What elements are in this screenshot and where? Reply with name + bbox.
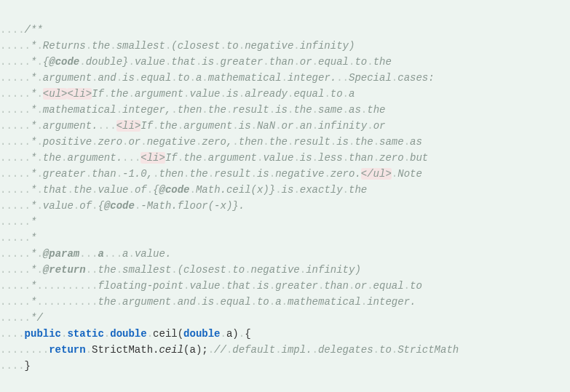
ws: . [392,168,397,180]
code-block: ..../** .....*.Returns.the.smallest.(clo… [0,6,570,374]
ws: . [232,120,238,132]
ws: . [312,104,318,116]
doc-text: result [293,136,330,148]
doc-text: the [159,120,178,132]
ws: . [86,168,92,180]
ws: ..... [0,136,31,148]
doc-text: already [245,88,288,100]
ws: . [269,168,275,180]
ws: . [275,120,281,132]
doc-text: value [98,184,128,196]
return-tag: @return [43,264,86,276]
ws: . [263,56,269,68]
ws: . [220,280,226,292]
ws: ..... [0,56,31,68]
doc-text: value [263,152,293,164]
brace: { [153,184,159,196]
ws: . [293,40,299,52]
ws: ..... [0,296,31,308]
ws: . [239,88,245,100]
ws: ..... [0,280,31,292]
doc-text: and [98,72,116,84]
brace: } [269,184,275,196]
doc-text: zero, [202,136,232,148]
inline-comment: default [232,344,275,356]
doc-text: If [165,152,178,164]
ws: . [36,200,42,212]
doc-text: value [190,88,221,100]
ws: . [343,152,349,164]
ws: . [190,184,196,196]
ws: ..... [0,88,31,100]
ws: . [330,136,336,148]
doc-text: Note [397,168,422,180]
ws: . [361,104,367,116]
doc-text: argument [43,72,92,84]
ws: . [140,136,146,148]
doc-text: or [355,280,367,292]
ws: . [183,88,189,100]
keyword-double: double [183,328,220,340]
doc-text: that [43,184,68,196]
doc-text: integer. [288,72,336,84]
ws: ..... [0,120,31,132]
doc-text: to [257,296,269,308]
star: * [31,232,36,244]
doc-text: less [318,152,343,164]
ws: .......... [36,280,98,292]
doc-text: then [159,168,183,180]
doc-text: or [300,56,312,68]
ws: . [221,328,226,340]
ws: .. [98,120,110,132]
doc-text: -1.0, [122,168,153,180]
ws: . [324,168,330,180]
ws: . [147,328,153,340]
doc-text: of [79,200,92,212]
doc-text: mathematical [208,72,282,84]
doc-text: or [282,120,294,132]
ws: . [128,56,134,68]
ws: . [367,280,373,292]
ws: . [275,344,281,356]
doc-text: the [43,152,61,164]
ws: . [275,184,281,196]
ws: . [293,184,299,196]
doc-text: . [239,200,245,212]
ws: . [392,72,397,84]
ws: . [373,344,379,356]
ws: . [269,296,275,308]
method-call: ceil [159,344,183,356]
html-li-tag: <li> [67,88,92,100]
doc-text: value [189,280,220,292]
ws: . [312,120,318,132]
ws: . [202,72,207,84]
html-li-tag: <li> [116,120,141,132]
ws: . [178,152,183,164]
ws: . [361,296,367,308]
brace: { [245,328,250,340]
doc-text: the [74,184,92,196]
doc-text: smallest [116,40,165,52]
ws: ..... [0,216,31,228]
ws: . [104,328,110,340]
doc-text: the [92,40,110,52]
ws: . [171,72,177,84]
doc-text: equal [318,56,349,68]
ws: . [67,184,73,196]
ws: . [36,88,42,100]
ws: . [312,152,318,164]
ws: . [373,152,379,164]
ws: . [36,168,42,180]
ws: . [343,72,349,84]
doc-text: infinity) [300,40,355,52]
javadoc-open: /** [25,24,43,36]
ws: ..... [0,248,31,260]
ws: . [79,56,85,68]
doc-text: infinity) [306,264,361,276]
ws: . [104,88,110,100]
ws: . [171,104,177,116]
doc-text: the [373,56,392,68]
doc-text: then [239,136,264,148]
doc-text: value [43,200,74,212]
ws: . [36,72,42,84]
